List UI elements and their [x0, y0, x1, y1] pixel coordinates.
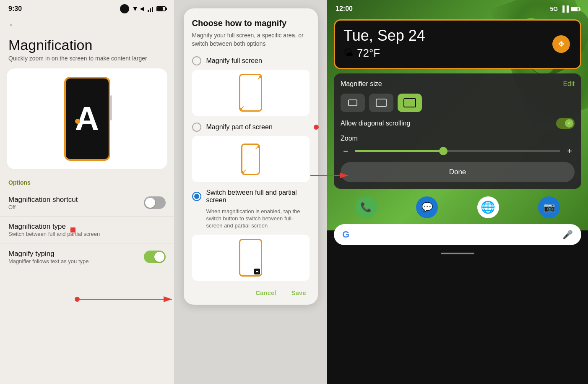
- setting-magnification-type[interactable]: Magnification type Switch between full a…: [0, 216, 174, 243]
- radio-label-switch: Switch between full and partial screen: [206, 189, 310, 204]
- preview-partial-screen: ↗ ↙: [192, 136, 310, 182]
- radio-partial-screen[interactable]: [192, 123, 201, 132]
- phone-side-bar: [110, 95, 112, 120]
- magnifier-size-row: Magnifier size Edit: [341, 80, 575, 88]
- status-icons: ▼◄: [120, 4, 166, 13]
- radio-option-full[interactable]: Magnify full screen: [192, 56, 310, 65]
- done-button[interactable]: Done: [341, 162, 575, 182]
- size-medium-icon: [376, 99, 387, 107]
- zoom-slider-track[interactable]: [355, 150, 560, 152]
- setting-name-type: Magnification type: [8, 222, 166, 231]
- phone-status-time: 12:00: [336, 5, 353, 13]
- move-button[interactable]: ✥: [552, 35, 570, 53]
- phone-bg: 12:00 5G ▐▐ Tue, Sep 24 🌤 72°F ✥: [327, 0, 588, 384]
- phone-mockup: A: [64, 77, 110, 161]
- clock-date: Tue, Sep 24: [343, 27, 572, 44]
- middle-panel: Choose how to magnify Magnify your full …: [174, 0, 327, 384]
- signal-bars: [148, 6, 153, 12]
- dialog-actions: Cancel Save: [192, 287, 310, 298]
- setting-text: Magnification shortcut Off: [8, 196, 130, 210]
- battery-icon: [156, 6, 166, 11]
- back-button[interactable]: ←: [0, 16, 26, 34]
- app-messages[interactable]: 💬: [416, 196, 438, 218]
- phone-status-right: 5G ▐▐: [550, 5, 580, 12]
- svg-point-2: [75, 297, 80, 302]
- setting-text-typing: Magnify typing Magnifier follows text as…: [8, 250, 130, 264]
- edit-link[interactable]: Edit: [563, 80, 575, 88]
- setting-magnify-typing[interactable]: Magnify typing Magnifier follows text as…: [0, 243, 174, 270]
- zoom-label: Zoom: [341, 135, 575, 142]
- setting-name: Magnification shortcut: [8, 196, 130, 204]
- slider-thumb[interactable]: [439, 147, 448, 155]
- app-chrome[interactable]: 🌐: [477, 196, 499, 218]
- right-panel: 12:00 5G ▐▐ Tue, Sep 24 🌤 72°F ✥: [327, 0, 588, 384]
- setting-value-typing: Magnifier follows text as you type: [8, 258, 130, 264]
- dialog-title: Choose how to magnify: [192, 18, 310, 28]
- preview-full-screen: ↗ ↙: [192, 70, 310, 116]
- diagonal-scrolling-row: Allow diagonal scrolling ✓: [341, 118, 575, 129]
- setting-name-typing: Magnify typing: [8, 250, 130, 258]
- radio-label-full: Magnify full screen: [206, 57, 262, 65]
- dialog-desc: Magnify your full screen, a specific are…: [192, 31, 310, 48]
- toggle-thumb: [145, 198, 155, 208]
- slider-fill: [355, 150, 448, 152]
- save-button[interactable]: Save: [288, 287, 309, 298]
- nav-bar: [327, 249, 588, 258]
- switch-button-icon: [254, 269, 260, 274]
- setting-value-type: Switch between full and partial screen: [8, 231, 166, 237]
- size-btn-large[interactable]: [398, 94, 422, 112]
- setting-value-shortcut: Off: [8, 204, 130, 210]
- phone-dot: [75, 119, 80, 124]
- clock-widget: Tue, Sep 24 🌤 72°F ✥: [334, 19, 581, 69]
- setting-divider-2: [137, 249, 137, 264]
- annotation-dot: [70, 227, 75, 232]
- cancel-button[interactable]: Cancel: [252, 287, 279, 298]
- page-title: Magnification: [0, 34, 174, 55]
- radio-switch-screen[interactable]: [192, 192, 201, 201]
- arrow-tl: ↗: [257, 74, 262, 81]
- page-subtitle: Quickly zoom in on the screen to make co…: [0, 55, 174, 68]
- move-icon: ✥: [558, 39, 565, 49]
- toggle-diagonal[interactable]: ✓: [556, 118, 575, 129]
- left-settings-panel: 9:30 ▼◄ ← Magnification Quickly zoom in …: [0, 0, 174, 384]
- radio-option-switch[interactable]: Switch between full and partial screen: [192, 189, 310, 204]
- zoom-plus-button[interactable]: +: [565, 146, 575, 156]
- phone-preview-card: A: [7, 68, 167, 169]
- size-options: [341, 94, 575, 112]
- size-btn-small[interactable]: [341, 94, 365, 112]
- status-bar: 9:30 ▼◄: [0, 0, 174, 16]
- diag-label: Allow diagonal scrolling: [341, 120, 410, 127]
- mic-icon[interactable]: 🎤: [562, 230, 573, 240]
- setting-divider: [137, 195, 137, 210]
- weather-temp: 72°F: [357, 47, 380, 60]
- phone-status-bar: 12:00 5G ▐▐: [327, 0, 588, 15]
- arrow-tl-2: ↗: [255, 144, 260, 151]
- preview-switch: [192, 235, 310, 281]
- app-dock: 📞 💬 🌐 📷: [327, 192, 588, 222]
- status-time: 9:30: [8, 5, 22, 13]
- home-indicator: [441, 253, 474, 254]
- size-btn-medium[interactable]: [369, 94, 393, 112]
- zoom-minus-button[interactable]: −: [341, 146, 351, 156]
- radio-full-screen[interactable]: [192, 56, 201, 65]
- toggle-sm-thumb: ✓: [565, 119, 573, 128]
- arrow-br-2: ↙: [242, 168, 247, 175]
- wifi-icon: ▼◄: [132, 5, 145, 13]
- signal-icon: ▐▐: [560, 5, 569, 12]
- setting-magnification-shortcut[interactable]: Magnification shortcut Off: [0, 189, 174, 216]
- annotation-dot-2: [314, 125, 319, 130]
- toggle-magnify-typing[interactable]: [144, 251, 166, 263]
- camera-icon: [120, 4, 129, 13]
- clock-weather: 🌤 72°F: [343, 47, 572, 60]
- toggle-thumb-2: [154, 252, 164, 262]
- magnifier-size-label: Magnifier size: [341, 80, 382, 88]
- zoom-slider-row: − +: [341, 146, 575, 156]
- app-camera[interactable]: 📷: [538, 196, 560, 218]
- app-phone[interactable]: 📞: [355, 196, 377, 218]
- radio-option-partial[interactable]: Magnify part of screen: [192, 123, 310, 132]
- arrow-annotation: [71, 293, 176, 306]
- weather-icon: 🌤: [343, 47, 354, 59]
- google-search-bar[interactable]: G 🎤: [334, 224, 581, 245]
- toggle-magnification-shortcut[interactable]: [144, 196, 166, 209]
- battery-icon-right: [571, 7, 580, 11]
